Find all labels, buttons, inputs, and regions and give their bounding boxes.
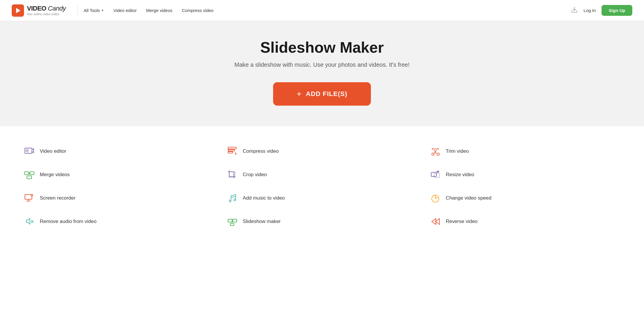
screen-recorder-icon [23, 192, 35, 204]
logo-tagline: free online video editor [27, 12, 66, 16]
tool-add-music[interactable]: Add music to video [226, 190, 417, 206]
tool-slideshow-maker[interactable]: Slideshow maker [226, 214, 417, 229]
tools-grid: Video editor Compress video [23, 144, 621, 229]
svg-rect-5 [228, 150, 234, 151]
svg-point-8 [437, 153, 439, 155]
svg-rect-1 [25, 148, 32, 153]
svg-point-24 [229, 200, 231, 202]
main-nav: All Tools ▼ Video editor Merge videos Co… [84, 8, 571, 13]
remove-audio-icon [23, 216, 35, 227]
svg-rect-32 [228, 219, 232, 222]
tool-label-screen-recorder: Screen recorder [40, 195, 76, 201]
tools-section: Video editor Compress video [0, 126, 644, 247]
crop-icon [226, 169, 238, 181]
svg-point-25 [234, 199, 236, 201]
tool-label-reverse: Reverse video [446, 219, 478, 224]
dropdown-arrow-icon: ▼ [101, 9, 104, 12]
svg-rect-4 [228, 147, 236, 149]
tool-label-slideshow: Slideshow maker [243, 219, 280, 224]
header: VIDEO Candy free online video editor All… [0, 0, 644, 21]
login-button[interactable]: Log In [584, 8, 596, 13]
svg-rect-17 [431, 172, 436, 176]
tool-label-crop: Crop video [243, 172, 267, 178]
logo-video-text: VIDEO Candy [27, 5, 66, 12]
signup-button[interactable]: Sign Up [602, 5, 632, 16]
nav-all-tools[interactable]: All Tools ▼ [84, 8, 104, 13]
svg-rect-33 [233, 219, 237, 222]
music-icon [226, 192, 238, 204]
tool-label-video-editor: Video editor [40, 148, 66, 154]
tool-reverse-video[interactable]: Reverse video [429, 214, 621, 229]
tool-label-merge: Merge videos [40, 172, 70, 178]
hero-title: Slideshow Maker [12, 39, 632, 56]
compress-icon [226, 145, 238, 157]
svg-point-7 [432, 153, 434, 155]
tool-merge-videos[interactable]: Merge videos [23, 167, 215, 182]
tool-label-trim: Trim video [446, 148, 469, 154]
hero-subtitle: Make a slideshow with music. Use your ph… [12, 61, 632, 68]
tool-compress-video[interactable]: Compress video [226, 144, 417, 159]
tool-label-change-speed: Change video speed [446, 195, 491, 201]
tool-label-add-music: Add music to video [243, 195, 285, 201]
slideshow-icon [226, 216, 238, 227]
merge-icon [23, 169, 35, 181]
tool-label-compress: Compress video [243, 148, 279, 154]
trim-icon [429, 145, 441, 157]
logo-text: VIDEO Candy free online video editor [27, 5, 66, 16]
download-icon[interactable] [571, 6, 578, 15]
resize-icon [429, 169, 441, 181]
logo-icon [12, 4, 24, 17]
tool-video-editor[interactable]: Video editor [23, 144, 215, 159]
tool-label-resize: Resize video [446, 172, 474, 178]
svg-marker-29 [26, 218, 30, 224]
add-files-button[interactable]: + ADD FILE(S) [273, 82, 371, 106]
tool-screen-recorder[interactable]: Screen recorder [23, 190, 215, 206]
tool-crop-video[interactable]: Crop video [226, 167, 417, 182]
reverse-icon [429, 216, 441, 227]
hero-section: Slideshow Maker Make a slideshow with mu… [0, 21, 644, 126]
tool-remove-audio[interactable]: Remove audio from video [23, 214, 215, 229]
svg-point-11 [432, 148, 433, 150]
tool-trim-video[interactable]: Trim video [429, 144, 621, 159]
logo[interactable]: VIDEO Candy free online video editor [12, 4, 66, 17]
svg-rect-14 [30, 172, 34, 175]
svg-rect-6 [228, 152, 233, 153]
nav-video-editor[interactable]: Video editor [113, 8, 137, 13]
tool-label-remove-audio: Remove audio from video [40, 219, 97, 224]
svg-rect-13 [25, 172, 29, 175]
svg-point-12 [438, 148, 439, 150]
plus-icon: + [297, 89, 302, 99]
svg-rect-15 [27, 176, 32, 179]
svg-rect-34 [230, 223, 234, 226]
add-files-label: ADD FILE(S) [306, 90, 347, 98]
video-editor-icon [23, 145, 35, 157]
logo-divider [78, 5, 78, 16]
speed-icon [429, 192, 441, 204]
svg-point-21 [31, 195, 32, 196]
header-actions: Log In Sign Up [571, 5, 632, 16]
tool-change-speed[interactable]: Change video speed [429, 190, 621, 206]
nav-compress-video[interactable]: Compress video [182, 8, 213, 13]
tool-resize-video[interactable]: Resize video [429, 167, 621, 182]
svg-line-26 [231, 196, 236, 198]
nav-merge-videos[interactable]: Merge videos [146, 8, 172, 13]
